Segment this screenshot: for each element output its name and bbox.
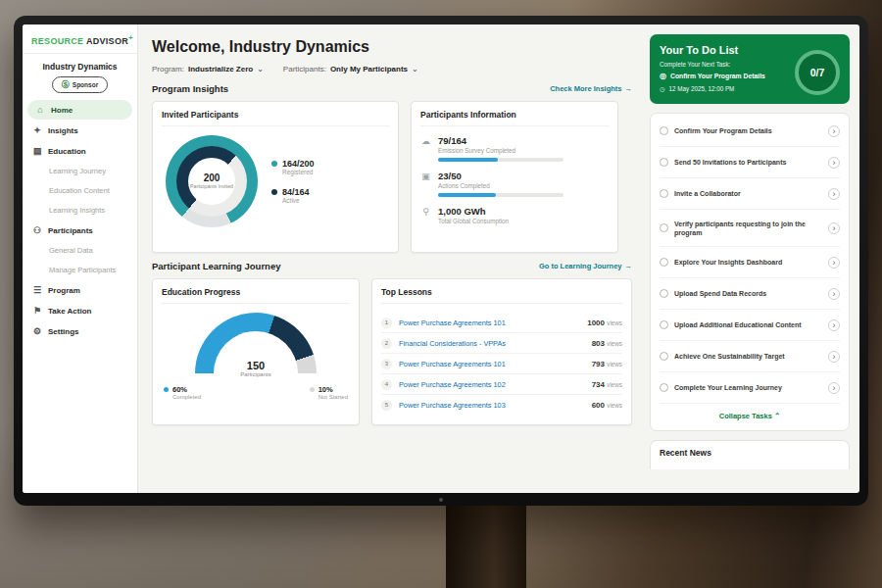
sponsor-badge[interactable]: Ⓢ Sponsor (52, 76, 108, 93)
collapse-label: Collapse Tasks (719, 412, 772, 420)
sidebar-item-learning-insights[interactable]: Learning Insights (23, 201, 137, 220)
lesson-row: 4 Power Purchase Agreements 102 734 view… (381, 374, 622, 395)
todo-panel: Your To Do List Complete Your Next Task:… (646, 24, 859, 493)
task-chevron-icon[interactable]: › (828, 319, 840, 331)
todo-task[interactable]: Verify participants requesting to join t… (660, 210, 840, 247)
task-label: Verify participants requesting to join t… (674, 220, 822, 237)
sidebar-item-manage-participants[interactable]: Manage Participants (23, 261, 137, 279)
sidebar-item-home[interactable]: ⌂ Home (27, 100, 132, 120)
task-chevron-icon[interactable]: › (828, 382, 840, 394)
main-content: Welcome, Industry Dynamics Program: Indu… (138, 24, 646, 493)
check-more-insights-link[interactable]: Check More Insights → (550, 84, 632, 93)
participants-filter-dropdown[interactable]: Participants: Only My Participants ⌄ (283, 65, 418, 74)
todo-task[interactable]: Explore Your Insights Dashboard › (660, 247, 840, 278)
lesson-link[interactable]: Power Purchase Agreements 103 (399, 401, 585, 410)
sidebar-item-label: General Data (49, 246, 93, 255)
todo-task[interactable]: Invite a Collaborator › (660, 178, 840, 210)
go-to-learning-journey-link[interactable]: Go to Learning Journey → (539, 262, 632, 270)
task-chevron-icon[interactable]: › (828, 157, 840, 169)
link-label: Go to Learning Journey (539, 262, 622, 270)
card-title: Participants Information (420, 110, 609, 126)
education-progress-card: Education Progress 150 Participants (152, 278, 360, 425)
card-title: Invited Participants (162, 110, 389, 126)
insights-cards-row: Invited Participants 200 Participants In… (152, 101, 632, 253)
legend-pct: 10% (318, 385, 348, 394)
todo-task-list: Confirm Your Program Details › Send 50 I… (650, 113, 850, 431)
task-chevron-icon[interactable]: › (828, 351, 840, 363)
lesson-rank: 1 (381, 318, 392, 328)
task-chevron-icon[interactable]: › (828, 188, 840, 200)
todo-task[interactable]: Complete Your Learning Journey › (660, 372, 840, 404)
stat-value: 79/164 (438, 135, 564, 146)
sidebar-item-learning-journey[interactable]: Learning Journey (23, 162, 137, 180)
lesson-rank: 4 (381, 379, 392, 390)
sidebar-item-label: Learning Journey (49, 167, 106, 175)
task-label: Upload Additional Educational Content (674, 320, 822, 329)
task-chevron-icon[interactable]: › (828, 257, 840, 269)
chevron-down-icon: ⌄ (257, 65, 264, 74)
task-checkbox[interactable] (660, 352, 668, 361)
views-suffix: views (607, 340, 622, 347)
pin-icon: ⚲ (420, 207, 431, 224)
gauge-label: Participants (195, 371, 317, 377)
todo-progress-value: 0/7 (810, 67, 825, 78)
lesson-rank: 3 (381, 359, 392, 369)
filter-bar: Program: Industrialize Zero ⌄ Participan… (152, 65, 632, 74)
task-chevron-icon[interactable]: › (828, 125, 840, 137)
views-count: 1000 (587, 318, 605, 327)
task-checkbox[interactable] (660, 223, 668, 232)
legend-completed: 60% Completed (164, 385, 201, 400)
todo-task[interactable]: Confirm Your Program Details › (660, 116, 840, 147)
todo-task[interactable]: Upload Additional Educational Content › (660, 310, 840, 341)
lesson-link[interactable]: Power Purchase Agreements 102 (399, 380, 585, 389)
donut-legend: 164/200 Registered 84/164 Active (271, 159, 315, 204)
sidebar-item-education[interactable]: ▤ Education (23, 141, 137, 161)
learning-journey-header: Participant Learning Journey Go to Learn… (152, 261, 632, 271)
sidebar-item-general-data[interactable]: General Data (23, 241, 137, 260)
lesson-row: 1 Power Purchase Agreements 101 1000 vie… (381, 313, 622, 333)
legend-value: 164/200 (282, 159, 315, 169)
task-checkbox[interactable] (660, 383, 668, 392)
task-chevron-icon[interactable]: › (828, 288, 840, 300)
lesson-link[interactable]: Power Purchase Agreements 101 (399, 318, 580, 327)
sidebar-item-program[interactable]: ☰ Program (23, 280, 137, 300)
sidebar-item-label: Take Action (48, 307, 91, 316)
org-name: Industry Dynamics (23, 62, 137, 72)
sidebar-item-participants[interactable]: ⚇ Participants (23, 220, 137, 240)
logo-advisor: ADVISOR (86, 36, 128, 46)
views-suffix: views (607, 319, 622, 326)
todo-task[interactable]: Achieve One Sustainability Target › (660, 341, 840, 372)
sidebar-nav: ⌂ Home ✦ Insights ▤ Education Learning J… (23, 100, 137, 349)
task-label: Confirm Your Program Details (674, 126, 822, 135)
logo-plus: + (128, 33, 133, 42)
emission-icon: ☁ (420, 136, 431, 162)
collapse-tasks-button[interactable]: Collapse Tasks ⌃ (660, 404, 840, 428)
task-checkbox[interactable] (660, 189, 668, 198)
task-checkbox[interactable] (660, 158, 668, 167)
monitor-logo-dot (439, 498, 443, 502)
legend-label: Completed (172, 394, 201, 400)
sidebar: RESOURCE ADVISOR+ Industry Dynamics Ⓢ Sp… (23, 24, 138, 493)
donut-center-label: Participants Invited (190, 183, 233, 189)
todo-task[interactable]: Send 50 Invitations to Participants › (660, 147, 840, 178)
monitor-frame: RESOURCE ADVISOR+ Industry Dynamics Ⓢ Sp… (14, 16, 868, 506)
todo-task[interactable]: Upload Spend Data Records › (660, 278, 840, 310)
sidebar-item-settings[interactable]: ⚙ Settings (23, 321, 137, 341)
sidebar-item-education-content[interactable]: Education Content (23, 181, 137, 200)
task-chevron-icon[interactable]: › (828, 222, 840, 234)
recent-news-header[interactable]: Recent News (650, 440, 850, 469)
program-filter-label: Program: (152, 65, 184, 74)
task-checkbox[interactable] (660, 126, 668, 135)
todo-progress-ring: 0/7 (795, 50, 840, 95)
gauge-value: 150 (195, 360, 317, 371)
sidebar-item-take-action[interactable]: ⚑ Take Action (23, 301, 137, 320)
sidebar-item-insights[interactable]: ✦ Insights (23, 121, 137, 140)
task-checkbox[interactable] (660, 320, 668, 329)
task-checkbox[interactable] (660, 289, 668, 298)
insights-icon: ✦ (32, 125, 42, 135)
stat-global-consumption: ⚲ 1,000 GWh Total Global Consumption (420, 206, 609, 224)
lesson-link[interactable]: Financial Considerations - VPPAs (399, 339, 585, 348)
task-checkbox[interactable] (660, 258, 668, 267)
program-filter-dropdown[interactable]: Program: Industrialize Zero ⌄ (152, 65, 264, 74)
lesson-link[interactable]: Power Purchase Agreements 101 (399, 360, 585, 368)
